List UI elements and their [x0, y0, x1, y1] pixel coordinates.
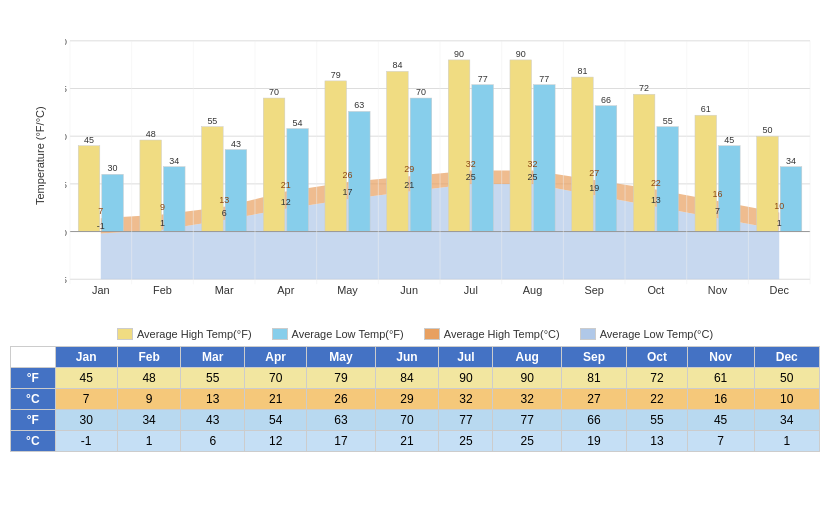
- table-row-3-col-10: 7: [687, 431, 754, 452]
- table-row-0-col-5: 84: [375, 368, 439, 389]
- svg-text:Dec: Dec: [770, 284, 790, 296]
- svg-text:26: 26: [343, 170, 353, 180]
- svg-text:Aug: Aug: [523, 284, 542, 296]
- data-table: JanFebMarAprMayJunJulAugSepOctNovDec °F4…: [10, 346, 820, 452]
- table-row-3-col-0: -1: [55, 431, 117, 452]
- svg-text:21: 21: [281, 180, 291, 190]
- table-row-1-col-1: 9: [117, 389, 181, 410]
- y-axis-label: Temperature (°F/°C): [34, 125, 46, 205]
- table-row-3: °C-1161217212525191371: [11, 431, 820, 452]
- table-row-2-col-6: 77: [439, 410, 493, 431]
- table-row-0-col-1: 48: [117, 368, 181, 389]
- svg-text:77: 77: [478, 74, 488, 84]
- table-row-0-col-3: 70: [245, 368, 307, 389]
- table-row-0-col-4: 79: [307, 368, 376, 389]
- table-row-2-col-3: 54: [245, 410, 307, 431]
- svg-rect-12: [78, 146, 100, 232]
- legend-label-low-c: Average Low Temp(°C): [600, 328, 713, 340]
- svg-text:Oct: Oct: [647, 284, 664, 296]
- svg-rect-24: [202, 127, 224, 232]
- table-row-3-label: °C: [11, 431, 56, 452]
- table-header-apr: Apr: [245, 347, 307, 368]
- table-row-1-col-2: 13: [181, 389, 245, 410]
- table-row-2-col-2: 43: [181, 410, 245, 431]
- svg-text:16: 16: [713, 189, 723, 199]
- table-row-3-col-6: 25: [439, 431, 493, 452]
- svg-text:May: May: [337, 284, 358, 296]
- table-row-0-col-8: 81: [561, 368, 626, 389]
- svg-text:Nov: Nov: [708, 284, 728, 296]
- table-header-mar: Mar: [181, 347, 245, 368]
- table-row-3-col-8: 19: [561, 431, 626, 452]
- svg-text:Sep: Sep: [585, 284, 604, 296]
- table-row-3-col-3: 12: [245, 431, 307, 452]
- svg-rect-72: [695, 115, 717, 231]
- table-row-2-col-8: 66: [561, 410, 626, 431]
- table-row-2: °F303443546370777766554534: [11, 410, 820, 431]
- svg-text:Jun: Jun: [400, 284, 418, 296]
- legend-low-f: Average Low Temp(°F): [272, 328, 404, 340]
- table-row-1: °C7913212629323227221610: [11, 389, 820, 410]
- table-row-0-col-2: 55: [181, 368, 245, 389]
- legend-low-c: Average Low Temp(°C): [580, 328, 713, 340]
- legend-box-low-f: [272, 328, 288, 340]
- chart-legend: Average High Temp(°F) Average Low Temp(°…: [10, 328, 820, 340]
- table-header-empty: [11, 347, 56, 368]
- svg-text:1: 1: [777, 218, 782, 228]
- svg-text:50: 50: [65, 131, 67, 142]
- table-row-1-col-3: 21: [245, 389, 307, 410]
- svg-text:63: 63: [354, 100, 364, 110]
- svg-text:0: 0: [65, 227, 67, 238]
- legend-box-high-c: [424, 328, 440, 340]
- table-row-3-col-4: 17: [307, 431, 376, 452]
- table-header-nov: Nov: [687, 347, 754, 368]
- svg-text:54: 54: [293, 118, 303, 128]
- table-row-3-col-9: 13: [627, 431, 687, 452]
- table-row-0-col-6: 90: [439, 368, 493, 389]
- table-row-3-col-5: 21: [375, 431, 439, 452]
- svg-rect-66: [633, 94, 655, 231]
- legend-high-c: Average High Temp(°C): [424, 328, 560, 340]
- svg-text:100: 100: [65, 36, 67, 47]
- svg-rect-30: [263, 98, 285, 232]
- table-row-3-col-1: 1: [117, 431, 181, 452]
- table-row-2-label: °F: [11, 410, 56, 431]
- table-header-aug: Aug: [493, 347, 561, 368]
- svg-rect-60: [572, 77, 594, 231]
- table-row-2-col-1: 34: [117, 410, 181, 431]
- table-row-1-col-7: 32: [493, 389, 561, 410]
- svg-text:Feb: Feb: [153, 284, 172, 296]
- table-row-2-col-5: 70: [375, 410, 439, 431]
- table-row-0: °F454855707984909081726150: [11, 368, 820, 389]
- svg-text:84: 84: [392, 60, 402, 70]
- table-row-1-col-4: 26: [307, 389, 376, 410]
- table-row-0-col-7: 90: [493, 368, 561, 389]
- svg-text:-25: -25: [65, 274, 67, 285]
- svg-text:75: 75: [65, 83, 67, 94]
- table-row-2-col-9: 55: [627, 410, 687, 431]
- svg-text:90: 90: [516, 49, 526, 59]
- table-row-1-col-6: 32: [439, 389, 493, 410]
- svg-text:32: 32: [528, 159, 538, 169]
- svg-rect-13: [102, 174, 124, 231]
- legend-box-high-f: [117, 328, 133, 340]
- table-row-1-label: °C: [11, 389, 56, 410]
- table-header-dec: Dec: [754, 347, 819, 368]
- svg-text:Apr: Apr: [277, 284, 294, 296]
- table-body: °F454855707984909081726150°C791321262932…: [11, 368, 820, 452]
- svg-text:72: 72: [639, 83, 649, 93]
- table-row-2-col-0: 30: [55, 410, 117, 431]
- svg-rect-36: [325, 81, 347, 232]
- table-row-1-col-8: 27: [561, 389, 626, 410]
- svg-text:9: 9: [160, 202, 165, 212]
- table-header-jun: Jun: [375, 347, 439, 368]
- table-row-2-col-7: 77: [493, 410, 561, 431]
- svg-text:45: 45: [84, 135, 94, 145]
- svg-text:34: 34: [786, 156, 796, 166]
- legend-label-high-f: Average High Temp(°F): [137, 328, 252, 340]
- svg-text:70: 70: [269, 87, 279, 97]
- svg-text:13: 13: [651, 195, 661, 205]
- table-row-1-col-10: 16: [687, 389, 754, 410]
- table-header-jul: Jul: [439, 347, 493, 368]
- svg-text:70: 70: [416, 87, 426, 97]
